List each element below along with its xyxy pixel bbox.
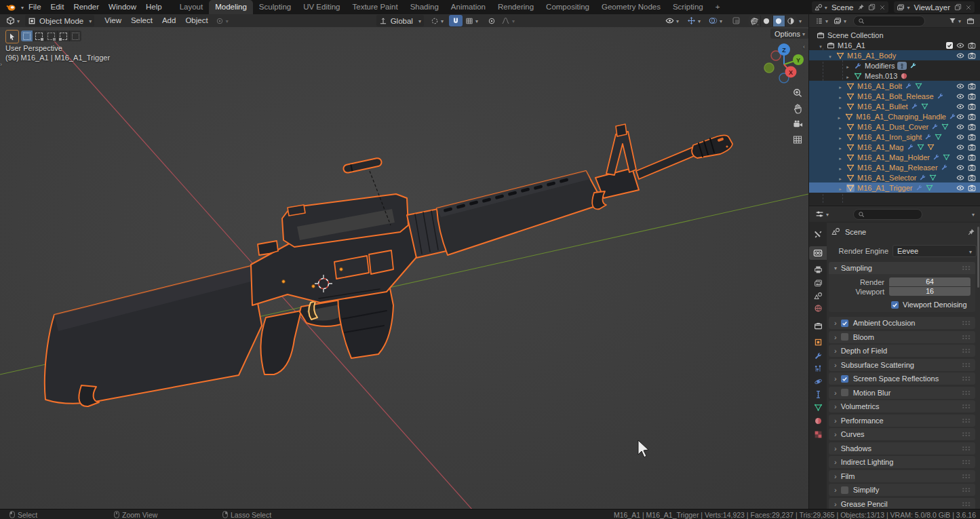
select-mode-invert-button[interactable] xyxy=(58,31,70,41)
render-camera-icon[interactable] xyxy=(968,41,976,50)
tab-physics-properties[interactable] xyxy=(809,374,827,388)
show-gizmo-dropdown[interactable] xyxy=(684,15,703,26)
outliner-row-bolt[interactable]: M16_A1_Bolt xyxy=(809,81,980,91)
panel-curves[interactable]: Curves xyxy=(829,428,975,440)
tab-collection-properties[interactable] xyxy=(809,319,827,332)
render-camera-icon[interactable] xyxy=(968,153,976,161)
panel-grip-handle[interactable] xyxy=(962,460,971,465)
expander-icon[interactable] xyxy=(827,52,834,60)
menu-view[interactable]: View xyxy=(100,14,126,27)
outliner-editor-type-dropdown[interactable] xyxy=(812,15,831,26)
menu-file[interactable]: File xyxy=(24,0,46,14)
outliner-row-trigger-active[interactable]: M16_A1_Trigger xyxy=(809,182,980,193)
render-camera-icon[interactable] xyxy=(968,143,976,151)
outliner-row-mag[interactable]: M16_A1_Mag xyxy=(809,142,980,152)
hide-eye-icon[interactable] xyxy=(956,102,964,111)
panel-indirect-lighting[interactable]: Indirect Lighting xyxy=(829,456,975,468)
pan-hand-button[interactable] xyxy=(792,103,803,114)
panel-grip-handle[interactable] xyxy=(962,390,971,395)
hide-eye-icon[interactable] xyxy=(956,153,964,161)
tab-view-layer-properties[interactable] xyxy=(809,276,827,290)
shading-rendered-button[interactable] xyxy=(785,16,797,26)
ambient-occlusion-checkbox[interactable] xyxy=(841,320,848,327)
simplify-checkbox[interactable] xyxy=(841,486,848,494)
tab-animation[interactable]: Animation xyxy=(445,0,492,14)
transform-pivot-dropdown[interactable] xyxy=(213,15,231,26)
axis-negy-handle[interactable] xyxy=(764,63,774,73)
hide-eye-icon[interactable] xyxy=(956,184,964,192)
tab-scene-properties[interactable] xyxy=(809,289,827,303)
shading-solid-button[interactable] xyxy=(761,16,773,26)
snap-toggle[interactable] xyxy=(449,15,463,26)
expander-icon[interactable] xyxy=(844,72,851,80)
edit-modifier-icon[interactable] xyxy=(909,62,917,69)
expander-icon[interactable] xyxy=(837,153,844,161)
hide-eye-icon[interactable] xyxy=(956,123,964,131)
material-sphere-icon[interactable] xyxy=(900,72,908,80)
viewport-denoising-checkbox[interactable] xyxy=(891,301,899,309)
expander-icon[interactable] xyxy=(844,62,851,70)
options-dropdown[interactable]: Options xyxy=(770,28,809,39)
properties-scrollbar[interactable] xyxy=(977,227,979,288)
tab-modifier-properties[interactable] xyxy=(809,349,827,362)
render-camera-icon[interactable] xyxy=(968,82,976,90)
tab-shading[interactable]: Shading xyxy=(404,0,445,14)
new-scene-icon[interactable] xyxy=(868,3,876,11)
editor-divider-vertical[interactable] xyxy=(808,14,809,509)
tab-tool-properties[interactable] xyxy=(809,227,827,241)
snap-settings-dropdown[interactable] xyxy=(463,15,481,26)
panel-subsurface-scattering[interactable]: Subsurface Scattering xyxy=(829,359,975,371)
shading-wireframe-button[interactable] xyxy=(749,16,761,26)
ortho-grid-button[interactable] xyxy=(792,134,803,145)
panel-grip-handle[interactable] xyxy=(962,404,971,409)
render-camera-icon[interactable] xyxy=(968,174,976,182)
render-camera-icon[interactable] xyxy=(968,113,976,121)
3d-viewport[interactable] xyxy=(0,27,808,510)
expander-icon[interactable] xyxy=(817,41,824,50)
snap-target-dropdown[interactable] xyxy=(428,15,446,26)
hide-eye-icon[interactable] xyxy=(956,92,964,100)
new-layer-icon[interactable] xyxy=(954,3,962,11)
breadcrumb-scene[interactable]: Scene xyxy=(845,228,866,236)
outliner-row-mag-releaser[interactable]: M16_A1_Mag_Releaser xyxy=(809,162,980,172)
outliner-row-iron-sight[interactable]: M16_A1_Iron_sight xyxy=(809,132,980,142)
hide-eye-icon[interactable] xyxy=(956,41,964,50)
tab-uv-editing[interactable]: UV Editing xyxy=(297,0,346,14)
panel-simplify[interactable]: Simplify xyxy=(829,484,975,496)
render-engine-dropdown[interactable]: Eevee xyxy=(893,245,977,257)
expander-icon[interactable] xyxy=(837,92,844,100)
panel-volumetrics[interactable]: Volumetrics xyxy=(829,400,975,412)
menu-edit[interactable]: Edit xyxy=(46,0,69,14)
tab-world-properties[interactable] xyxy=(809,301,827,315)
properties-editor-type-dropdown[interactable] xyxy=(812,208,831,220)
outliner-row-charging-handle[interactable]: M16_A1_Charging_Handle xyxy=(809,111,980,121)
tab-particle-properties[interactable] xyxy=(809,362,827,375)
sampling-viewport-value[interactable]: 16 xyxy=(889,287,971,296)
tweak-tool-button[interactable] xyxy=(5,30,19,43)
panel-motion-blur[interactable]: Motion Blur xyxy=(829,387,975,399)
editor-divider-horizontal[interactable] xyxy=(809,206,980,206)
render-camera-icon[interactable] xyxy=(968,92,976,100)
menu-window[interactable]: Window xyxy=(104,0,141,14)
camera-view-button[interactable] xyxy=(792,119,804,130)
hide-eye-icon[interactable] xyxy=(956,113,964,121)
editor-type-dropdown[interactable] xyxy=(3,15,22,26)
view-layer-selector[interactable]: ViewLayer xyxy=(894,1,975,13)
panel-grip-handle[interactable] xyxy=(962,266,971,271)
hide-eye-icon[interactable] xyxy=(956,52,964,60)
render-camera-icon[interactable] xyxy=(968,52,976,60)
render-camera-icon[interactable] xyxy=(968,102,976,111)
menu-select[interactable]: Select xyxy=(126,14,157,27)
sampling-render-value[interactable]: 64 xyxy=(889,277,971,286)
tab-object-properties[interactable] xyxy=(809,335,827,349)
transform-orientation-dropdown[interactable]: Global xyxy=(376,15,424,26)
panel-grip-handle[interactable] xyxy=(962,446,971,450)
outliner-row-scene-collection[interactable]: Scene Collection xyxy=(809,30,980,40)
panel-grip-handle[interactable] xyxy=(962,334,971,339)
outliner-row-dust-cover[interactable]: M16_A1_Dust_Cover xyxy=(809,121,980,132)
xray-toggle[interactable] xyxy=(729,15,743,26)
motion-blur-checkbox[interactable] xyxy=(841,389,848,396)
tab-compositing[interactable]: Compositing xyxy=(540,0,595,14)
hide-eye-icon[interactable] xyxy=(956,82,964,90)
panel-sampling[interactable]: ▾ Sampling xyxy=(829,262,975,274)
